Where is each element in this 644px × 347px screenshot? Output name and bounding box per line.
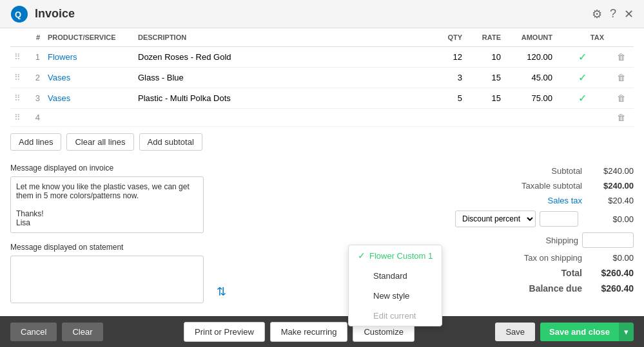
drag-handle: ⠿ [14, 73, 21, 82]
amount-cell: 45.00 [531, 73, 552, 82]
message-statement-label: Message displayed on statement [10, 243, 204, 252]
row-num: 3 [35, 93, 40, 103]
save-close-group: Save and close ▾ [540, 323, 634, 341]
save-close-button[interactable]: Save and close [540, 323, 619, 341]
table-row: ⠿ 2 Vases Glass - Blue 3 15 45.00 ✓ 🗑 [10, 68, 634, 88]
total-value: $260.40 [582, 268, 634, 278]
footer: Cancel Clear Print or Preview Make recur… [0, 316, 644, 347]
dropdown-item-label: Flower Custom 1 [369, 251, 433, 261]
message-invoice-textarea[interactable]: Let me know you like the plastic vases, … [10, 176, 204, 233]
row-num: 4 [35, 113, 40, 122]
tax-check-icon: ✓ [578, 72, 587, 83]
drag-handle: ⠿ [14, 93, 21, 103]
message-invoice-label: Message displayed on invoice [10, 164, 204, 173]
sales-tax-label: Sales tax [371, 196, 582, 205]
save-button[interactable]: Save [495, 323, 535, 341]
taxable-subtotal-label: Taxable subtotal [371, 181, 582, 191]
subtotal-label: Subtotal [371, 166, 582, 176]
footer-left: Cancel Clear [10, 323, 103, 341]
make-recurring-button[interactable]: Make recurring [270, 322, 348, 342]
attachments-row: 📎 Attachments Maximum size: 25MB [10, 312, 634, 316]
amount-cell: 120.00 [527, 52, 552, 62]
swap-section: ⇅ [217, 164, 358, 305]
check-mark-icon: ✓ [358, 250, 366, 261]
tax-check-icon: ✓ [578, 52, 587, 62]
add-lines-button[interactable]: Add lines [10, 133, 61, 151]
header-left: Q Invoice [10, 5, 75, 23]
balance-due-value: $260.40 [582, 283, 634, 294]
drag-handle: ⠿ [14, 113, 21, 122]
sales-tax-link[interactable]: Sales tax [548, 196, 582, 205]
close-icon[interactable]: ✕ [624, 7, 634, 21]
header: Q Invoice ⚙ ? ✕ [0, 0, 644, 28]
bottom-section: Message displayed on invoice Let me know… [10, 157, 634, 312]
table-action-row: Add lines Clear all lines Add subtotal [10, 127, 634, 157]
description-cell: Plastic - Multi Polka Dots [138, 93, 231, 103]
amount-cell: 75.00 [531, 93, 552, 103]
product-cell[interactable]: Vases [48, 93, 70, 103]
settings-icon[interactable]: ⚙ [592, 7, 602, 21]
discount-input[interactable] [540, 211, 578, 227]
clear-all-lines-button[interactable]: Clear all lines [66, 133, 133, 151]
dropdown-item[interactable]: New style [349, 286, 442, 306]
subtotal-value: $240.00 [582, 166, 634, 176]
message-statement-textarea[interactable] [10, 256, 204, 303]
table-row: ⠿ 1 Flowers Dozen Roses - Red Gold 12 10… [10, 47, 634, 68]
qty-cell: 5 [458, 93, 462, 103]
discount-row: Discount percent Discount value $0.00 [371, 208, 634, 230]
sales-tax-row: Sales tax $20.40 [371, 193, 634, 208]
table-row: ⠿ 3 Vases Plastic - Multi Polka Dots 5 1… [10, 88, 634, 109]
subtotal-row: Subtotal $240.00 [371, 164, 634, 178]
shipping-label: Shipping [545, 236, 578, 245]
delete-row-icon[interactable]: 🗑 [617, 93, 625, 103]
qty-cell: 12 [453, 52, 462, 62]
app-logo-icon: Q [10, 5, 28, 23]
main-content: # PRODUCT/SERVICE DESCRIPTION QTY RATE A… [0, 28, 644, 316]
footer-right: Save Save and close ▾ [495, 323, 634, 341]
save-close-dropdown-arrow[interactable]: ▾ [619, 323, 634, 341]
add-subtotal-button[interactable]: Add subtotal [139, 133, 202, 151]
help-icon[interactable]: ? [610, 7, 616, 21]
left-section: Message displayed on invoice Let me know… [10, 164, 204, 305]
drag-handle: ⠿ [14, 52, 21, 62]
discount-value: $0.00 [582, 214, 634, 224]
page-title: Invoice [35, 7, 75, 21]
product-cell[interactable]: Flowers [48, 52, 77, 62]
delete-row-icon[interactable]: 🗑 [617, 73, 625, 82]
rate-cell: 15 [492, 93, 501, 103]
print-preview-button[interactable]: Print or Preview [184, 322, 265, 342]
dropdown-item: Edit current [349, 306, 442, 326]
sales-tax-value: $20.40 [582, 196, 634, 205]
tax-on-shipping-value: $0.00 [582, 253, 634, 263]
invoice-table-container: # PRODUCT/SERVICE DESCRIPTION QTY RATE A… [10, 28, 634, 127]
row-num: 2 [35, 73, 40, 82]
dropdown-item-label: Standard [373, 271, 407, 281]
shipping-input[interactable] [582, 232, 634, 248]
swap-icon[interactable]: ⇅ [217, 285, 226, 299]
clear-button[interactable]: Clear [62, 323, 102, 341]
customize-dropdown: ✓Flower Custom 1StandardNew styleEdit cu… [348, 245, 442, 326]
delete-row-icon[interactable]: 🗑 [617, 113, 625, 122]
rate-cell: 10 [492, 52, 501, 62]
product-cell[interactable]: Vases [48, 73, 70, 82]
discount-select[interactable]: Discount percent Discount value [455, 211, 536, 227]
rate-cell: 15 [492, 73, 501, 82]
table-row: ⠿ 4 🗑 [10, 109, 634, 127]
dropdown-item-label: Edit current [373, 311, 416, 321]
row-num: 1 [35, 52, 40, 62]
description-cell: Dozen Roses - Red Gold [138, 52, 231, 62]
dropdown-item[interactable]: ✓Flower Custom 1 [349, 245, 442, 266]
qty-cell: 3 [458, 73, 462, 82]
dropdown-item[interactable]: Standard [349, 266, 442, 286]
taxable-subtotal-row: Taxable subtotal $240.00 [371, 178, 634, 193]
header-icons: ⚙ ? ✕ [592, 7, 634, 21]
description-cell: Glass - Blue [138, 73, 184, 82]
taxable-subtotal-value: $240.00 [582, 181, 634, 191]
dropdown-item-label: New style [373, 291, 409, 301]
tax-check-icon: ✓ [578, 93, 587, 104]
svg-text:Q: Q [15, 10, 21, 19]
delete-row-icon[interactable]: 🗑 [617, 52, 625, 62]
invoice-table: # PRODUCT/SERVICE DESCRIPTION QTY RATE A… [10, 28, 634, 127]
cancel-button[interactable]: Cancel [10, 323, 57, 341]
